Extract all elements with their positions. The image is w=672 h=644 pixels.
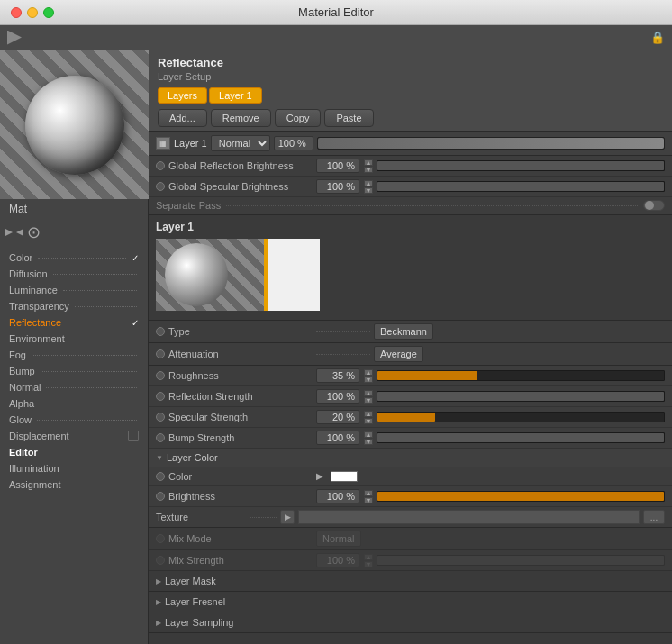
stepper-up[interactable]: ▲ (364, 159, 373, 166)
layer-fresnel-title: Layer Fresnel (165, 596, 225, 607)
roughness-value[interactable]: 35 % (316, 368, 359, 383)
texture-arrow-btn[interactable]: ▶ (280, 510, 295, 524)
mix-mode-select: Normal (316, 531, 361, 547)
mix-strength-value: 100 % (316, 553, 359, 567)
sidebar-item-luminance[interactable]: Luminance (0, 282, 148, 298)
mix-strength-stepper: ▲ ▼ (364, 554, 373, 567)
remove-button[interactable]: Remove (211, 109, 271, 127)
sidebar-item-editor[interactable]: Editor (0, 444, 148, 460)
specular-strength-slider[interactable] (377, 412, 665, 422)
sidebar-item-environment[interactable]: Environment (0, 331, 148, 347)
color-row: Color ▶ (149, 467, 672, 486)
stepper-up[interactable]: ▲ (364, 431, 373, 438)
maximize-button[interactable] (43, 7, 54, 18)
add-button[interactable]: Add... (158, 109, 207, 127)
stepper-up[interactable]: ▲ (364, 180, 373, 186)
layer-preview-row (156, 239, 665, 311)
back-arrow-icon[interactable] (7, 31, 22, 45)
global-specular-radio[interactable] (156, 182, 165, 191)
blend-layer-label: Layer 1 (174, 138, 207, 149)
brightness-row: Brightness 100 % ▲ ▼ (149, 486, 672, 507)
blend-slider[interactable] (317, 137, 665, 150)
global-reflection-radio[interactable] (156, 161, 165, 170)
global-specular-value[interactable]: 100 % (316, 179, 359, 194)
toolbar-right: 🔒 (650, 31, 665, 44)
minimize-button[interactable] (27, 7, 38, 18)
tab-layer1[interactable]: Layer 1 (209, 87, 262, 104)
nav-right-arrow[interactable] (16, 229, 23, 236)
sidebar-item-reflectance[interactable]: Reflectance ✓ (0, 314, 148, 331)
layer-mask-section[interactable]: ▶ Layer Mask (149, 571, 672, 592)
type-select[interactable]: Beckmann GGX Phong (374, 323, 433, 340)
bump-strength-slider[interactable] (377, 432, 665, 443)
specular-strength-value[interactable]: 20 % (316, 410, 359, 424)
reflection-strength-value[interactable]: 100 % (316, 389, 359, 404)
blend-mode-select[interactable]: Normal (211, 135, 270, 151)
texture-field[interactable] (298, 510, 640, 524)
stepper-up[interactable]: ▲ (364, 411, 373, 417)
type-select-wrapper: Beckmann GGX Phong (374, 323, 665, 340)
roughness-slider[interactable] (377, 370, 665, 381)
paste-button[interactable]: Paste (324, 109, 373, 127)
global-reflection-value[interactable]: 100 % (316, 159, 359, 173)
stepper-down[interactable]: ▼ (364, 376, 373, 383)
attenuation-radio[interactable] (156, 349, 165, 358)
sidebar-item-displacement[interactable]: Displacement (0, 428, 148, 444)
global-rows: Global Reflection Brightness 100 % ▲ ▼ G… (149, 156, 672, 215)
stepper-down[interactable]: ▼ (364, 418, 373, 424)
close-button[interactable] (11, 7, 22, 18)
layer-color-header[interactable]: ▼ Layer Color (149, 449, 672, 467)
brightness-radio[interactable] (156, 492, 165, 501)
color-arrow[interactable]: ▶ (316, 471, 323, 481)
sidebar-item-glow[interactable]: Glow (0, 412, 148, 428)
type-row: Type Beckmann GGX Phong (149, 321, 672, 343)
brightness-value[interactable]: 100 % (316, 489, 359, 503)
reflection-strength-row: Reflection Strength 100 % ▲ ▼ (149, 386, 672, 407)
reflection-strength-radio[interactable] (156, 392, 165, 401)
copy-button[interactable]: Copy (275, 109, 322, 127)
global-specular-slider[interactable] (377, 181, 665, 192)
displacement-toggle[interactable] (128, 431, 139, 441)
tab-layers[interactable]: Layers (158, 87, 207, 104)
layer-fresnel-section[interactable]: ▶ Layer Fresnel (149, 592, 672, 612)
bump-strength-value[interactable]: 100 % (316, 431, 359, 445)
global-reflection-slider[interactable] (377, 160, 665, 171)
stepper-up[interactable]: ▲ (364, 369, 373, 376)
sidebar-item-color[interactable]: Color ✓ (0, 249, 148, 266)
layer-setup-label: Layer Setup (158, 71, 663, 82)
color-swatch[interactable] (331, 471, 358, 482)
lock-icon[interactable]: 🔒 (650, 31, 665, 44)
attenuation-select[interactable]: Average Additive (374, 346, 423, 362)
sidebar-item-bump[interactable]: Bump (0, 363, 148, 379)
stepper-down[interactable]: ▼ (364, 497, 373, 503)
title-bar: Material Editor (0, 0, 672, 25)
nav-left-arrow[interactable] (5, 229, 13, 236)
stepper-up[interactable]: ▲ (364, 390, 373, 396)
sidebar-item-normal[interactable]: Normal (0, 379, 148, 395)
layer-sampling-section[interactable]: ▶ Layer Sampling (149, 612, 672, 633)
sidebar-item-diffusion[interactable]: Diffusion (0, 266, 148, 282)
brightness-slider[interactable] (377, 491, 665, 502)
stepper-up[interactable]: ▲ (364, 490, 373, 496)
bump-strength-radio[interactable] (156, 433, 165, 442)
stepper-down[interactable]: ▼ (364, 187, 373, 194)
layer-fresnel-arrow: ▶ (156, 598, 161, 606)
stepper-down[interactable]: ▼ (364, 167, 373, 173)
stepper-down[interactable]: ▼ (364, 397, 373, 404)
texture-browse-btn[interactable]: ... (643, 510, 665, 524)
sidebar-item-fog[interactable]: Fog (0, 347, 148, 363)
stepper-down[interactable]: ▼ (364, 439, 373, 445)
type-radio[interactable] (156, 327, 165, 336)
sidebar-item-alpha[interactable]: Alpha (0, 395, 148, 412)
layer-section: Layer 1 (149, 215, 672, 321)
sidebar-item-transparency[interactable]: Transparency (0, 298, 148, 314)
sidebar-item-assignment[interactable]: Assignment (0, 476, 148, 493)
separate-pass-toggle[interactable] (643, 200, 665, 211)
sidebar-item-illumination[interactable]: Illumination (0, 460, 148, 476)
color-radio[interactable] (156, 472, 165, 481)
roughness-radio[interactable] (156, 371, 165, 380)
specular-strength-radio[interactable] (156, 413, 165, 422)
mix-strength-slider (377, 555, 665, 566)
nav-settings-icon[interactable]: ⊙ (27, 222, 41, 242)
reflection-strength-slider[interactable] (377, 391, 665, 402)
